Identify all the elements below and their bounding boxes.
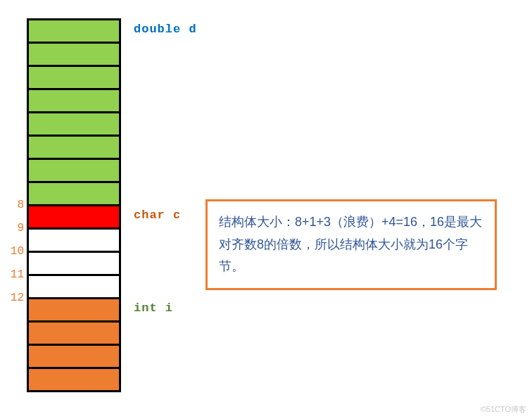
byte-cell — [29, 137, 119, 160]
offset-8: 8 — [17, 199, 24, 211]
byte-cell — [29, 44, 119, 67]
label-char: char c — [134, 208, 181, 222]
byte-cell — [29, 230, 119, 253]
byte-cell — [29, 67, 119, 90]
byte-cell — [29, 113, 119, 137]
offset-10: 10 — [11, 245, 24, 258]
byte-cell — [29, 183, 119, 206]
byte-cell — [29, 253, 119, 276]
byte-cell — [29, 160, 119, 183]
byte-cell — [29, 323, 119, 346]
byte-cell — [29, 20, 119, 44]
offset-11: 11 — [11, 268, 24, 281]
label-double: double d — [134, 23, 197, 36]
offset-12: 12 — [11, 292, 24, 304]
label-int: int i — [134, 301, 173, 315]
byte-cell — [29, 299, 119, 323]
byte-cell — [29, 346, 119, 369]
explanation-box: 结构体大小：8+1+3（浪费）+4=16，16是最大对齐数8的倍数，所以结构体大… — [205, 199, 497, 290]
byte-cell — [29, 206, 119, 230]
memory-stack — [27, 18, 121, 392]
watermark: ©51CTO博客 — [481, 404, 526, 415]
offset-9: 9 — [17, 222, 24, 234]
byte-cell — [29, 276, 119, 299]
byte-cell — [29, 90, 119, 113]
byte-cell — [29, 369, 119, 392]
